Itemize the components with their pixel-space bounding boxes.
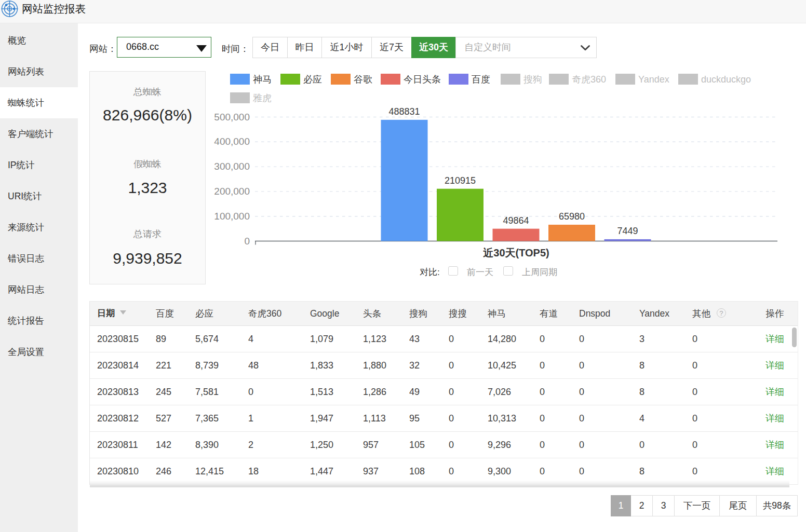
- svg-text:300,000: 300,000: [214, 161, 250, 172]
- svg-text:0: 0: [244, 236, 250, 247]
- svg-text:100,000: 100,000: [214, 211, 250, 222]
- svg-text:7449: 7449: [617, 226, 638, 236]
- svg-text:49864: 49864: [503, 215, 529, 226]
- svg-text:65980: 65980: [559, 211, 585, 222]
- svg-text:500,000: 500,000: [214, 112, 250, 122]
- svg-text:488831: 488831: [388, 106, 420, 117]
- svg-text:200,000: 200,000: [214, 186, 250, 197]
- svg-text:210915: 210915: [445, 175, 476, 186]
- svg-text:400,000: 400,000: [214, 136, 250, 147]
